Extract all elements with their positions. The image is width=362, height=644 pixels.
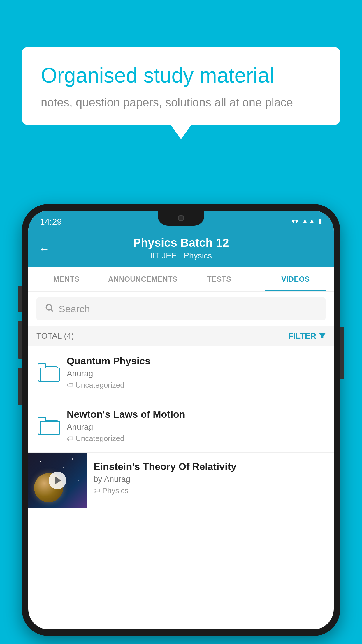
play-icon	[55, 476, 61, 484]
svg-marker-2	[319, 333, 326, 338]
tag-icon: 🏷	[94, 487, 100, 495]
item-tag: 🏷 Uncategorized	[67, 381, 326, 390]
search-container: Search	[28, 292, 334, 326]
list-item[interactable]: Newton's Laws of Motion Anurag 🏷 Uncateg…	[28, 399, 334, 453]
search-input-wrap[interactable]: Search	[36, 298, 326, 320]
battery-icon: ▮	[318, 217, 322, 225]
back-button[interactable]: ←	[38, 243, 50, 255]
wifi-icon: ▾▾	[291, 217, 298, 225]
phone-inner: 14:29 ▾▾ ▲▲ ▮ ← Physics Batch 12 IIT JEE…	[28, 211, 334, 629]
app-header: ← Physics Batch 12 IIT JEE Physics	[28, 230, 334, 267]
folder-icon	[38, 417, 59, 435]
phone-button-power	[340, 327, 344, 379]
tabs-bar: MENTS ANNOUNCEMENTS TESTS VIDEOS	[28, 267, 334, 292]
item-tag: 🏷 Physics	[94, 486, 327, 495]
tab-announcements[interactable]: ANNOUNCEMENTS	[105, 267, 181, 291]
page-title: Physics Batch 12	[40, 236, 322, 249]
tab-ments[interactable]: MENTS	[28, 267, 105, 291]
phone-notch	[158, 211, 204, 226]
tag-iit-jee: IIT JEE	[150, 251, 177, 260]
speech-bubble: Organised study material notes, question…	[22, 47, 340, 125]
total-count: TOTAL (4)	[36, 331, 74, 341]
svg-line-1	[51, 309, 53, 312]
filter-icon	[319, 331, 326, 341]
status-icons: ▾▾ ▲▲ ▮	[291, 216, 322, 225]
item-info: Newton's Laws of Motion Anurag 🏷 Uncateg…	[67, 409, 326, 443]
item-title: Quantum Physics	[67, 355, 326, 367]
item-tag: 🏷 Uncategorized	[67, 434, 326, 443]
item-author: Anurag	[67, 369, 326, 378]
front-camera	[178, 215, 184, 221]
item-author: by Anurag	[94, 475, 327, 484]
phone-button-volume-up	[18, 286, 22, 312]
tab-videos[interactable]: VIDEOS	[257, 267, 334, 291]
svg-point-0	[46, 304, 52, 310]
phone-container: 14:29 ▾▾ ▲▲ ▮ ← Physics Batch 12 IIT JEE…	[22, 204, 340, 644]
speech-bubble-container: Organised study material notes, question…	[22, 47, 340, 125]
phone-button-silent	[18, 368, 22, 405]
phone-button-volume-down	[18, 321, 22, 359]
tag-icon: 🏷	[67, 435, 73, 442]
thumb-info: Einstein's Theory Of Relativity by Anura…	[87, 453, 334, 503]
speech-bubble-title: Organised study material	[41, 63, 321, 88]
tab-tests[interactable]: TESTS	[181, 267, 257, 291]
search-input[interactable]: Search	[59, 303, 90, 315]
speech-bubble-subtitle: notes, question papers, solutions all at…	[41, 96, 321, 109]
search-icon	[45, 303, 54, 315]
phone-outer: 14:29 ▾▾ ▲▲ ▮ ← Physics Batch 12 IIT JEE…	[22, 204, 340, 636]
folder-icon-wrap	[36, 414, 60, 438]
list-item[interactable]: Quantum Physics Anurag 🏷 Uncategorized	[28, 346, 334, 399]
folder-icon-wrap	[36, 361, 60, 384]
tag-icon: 🏷	[67, 382, 73, 389]
thumbnail-image	[28, 453, 87, 508]
filter-button[interactable]: FILTER	[288, 331, 326, 341]
item-title: Einstein's Theory Of Relativity	[94, 461, 327, 472]
item-info: Quantum Physics Anurag 🏷 Uncategorized	[67, 355, 326, 390]
play-button[interactable]	[49, 472, 66, 489]
filter-row: TOTAL (4) FILTER	[28, 326, 334, 346]
header-tags: IIT JEE Physics	[40, 251, 322, 260]
item-author: Anurag	[67, 422, 326, 432]
folder-icon	[38, 363, 59, 382]
signal-icon: ▲▲	[301, 217, 315, 225]
status-time: 14:29	[40, 217, 62, 227]
tag-physics: Physics	[184, 251, 212, 260]
list-item-thumb[interactable]: Einstein's Theory Of Relativity by Anura…	[28, 453, 334, 508]
item-title: Newton's Laws of Motion	[67, 409, 326, 420]
